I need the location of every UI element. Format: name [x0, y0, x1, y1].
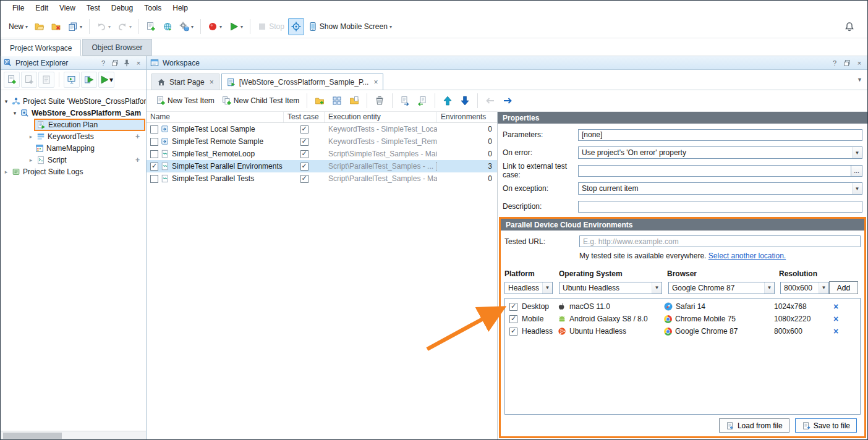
- checkpoint-wizard-button[interactable]: [160, 18, 176, 35]
- open-item-button[interactable]: [38, 72, 54, 88]
- chevron-down-icon[interactable]: ▼: [764, 282, 774, 294]
- platform-select[interactable]: Headless ▼: [504, 282, 553, 294]
- menu-view[interactable]: View: [54, 2, 81, 14]
- move-up-button[interactable]: [440, 92, 456, 109]
- on-exception-select[interactable]: Stop current item ▼: [578, 182, 862, 195]
- copy-item-button[interactable]: [397, 92, 413, 109]
- redo-button[interactable]: ▾: [114, 18, 135, 35]
- tree-item-project[interactable]: ▾ WebStore_CrossPlatform_Sam: [1, 107, 146, 119]
- new-button[interactable]: New ▾: [6, 18, 31, 35]
- tree-item-namemapping[interactable]: NameMapping: [1, 142, 146, 154]
- add-new-item-to-project-button[interactable]: [4, 72, 20, 88]
- resolution-select[interactable]: 800x600 ▼: [780, 282, 829, 294]
- description-input[interactable]: [578, 201, 862, 213]
- add-folder-button[interactable]: [312, 92, 328, 109]
- table-row[interactable]: SimpleTest_RemoteLoop Script\SimpleTest_…: [147, 148, 497, 160]
- expander-icon[interactable]: ▸: [3, 169, 9, 175]
- tree-item-project-suite[interactable]: ▾ Project Suite 'WebStore_CrossPlatform_: [1, 95, 146, 107]
- notifications-button[interactable]: [841, 18, 857, 35]
- undo-button[interactable]: ▾: [93, 18, 114, 35]
- menu-edit[interactable]: Edit: [30, 2, 54, 14]
- row-checkbox[interactable]: [150, 163, 158, 171]
- menu-tools[interactable]: Tools: [138, 2, 167, 14]
- environment-checkbox[interactable]: [509, 328, 517, 336]
- os-select[interactable]: Ubuntu Headless ▼: [559, 282, 662, 294]
- column-header-environments[interactable]: Environments: [437, 112, 497, 122]
- chevron-down-icon[interactable]: ▼: [819, 282, 828, 294]
- close-icon[interactable]: ×: [210, 78, 214, 87]
- select-location-link[interactable]: Select another location.: [708, 252, 786, 260]
- expander-icon[interactable]: ▾: [3, 98, 9, 104]
- row-checkbox[interactable]: [150, 138, 158, 146]
- row-checkbox[interactable]: [150, 150, 158, 158]
- menu-test[interactable]: Test: [81, 2, 106, 14]
- add-existing-item-button[interactable]: [21, 72, 37, 88]
- tree-item-execution-plan[interactable]: Execution Plan: [1, 119, 146, 130]
- run-button[interactable]: ▾: [226, 18, 246, 35]
- tree-item-keywordtests[interactable]: ▸ KeywordTests +: [1, 130, 146, 142]
- add-keyword-test-button[interactable]: +: [135, 132, 140, 141]
- environment-row[interactable]: Mobile Android Galaxy S8 / 8.0 Chrome Mo…: [505, 313, 860, 325]
- tab-execution-plan-document[interactable]: [WebStore_CrossPlatform_Sample_P... ×: [221, 74, 384, 90]
- save-to-file-button[interactable]: Save to file: [795, 418, 857, 433]
- scrollbar-thumb[interactable]: [3, 433, 62, 439]
- chevron-down-icon[interactable]: ▼: [652, 282, 662, 294]
- table-row[interactable]: SimpleTest Remote Sample KeywordTests - …: [147, 135, 497, 148]
- close-icon[interactable]: ×: [134, 59, 143, 67]
- environment-row[interactable]: Desktop macOS 11.0 Safari 14: [505, 300, 860, 313]
- menu-debug[interactable]: Debug: [106, 2, 138, 14]
- column-header-name[interactable]: Name: [147, 112, 284, 122]
- horizontal-scrollbar[interactable]: [1, 431, 146, 439]
- save-all-button[interactable]: ▾: [65, 18, 85, 35]
- expander-icon[interactable]: ▸: [28, 133, 34, 140]
- close-project-button[interactable]: [48, 18, 64, 35]
- group-items-button[interactable]: [329, 92, 345, 109]
- table-row[interactable]: SimpleTest Parallel Tests Script\Paralle…: [147, 172, 497, 185]
- test-case-checkbox[interactable]: [300, 125, 308, 133]
- new-child-test-item-button[interactable]: New Child Test Item: [219, 92, 302, 109]
- load-from-file-button[interactable]: Load from file: [719, 418, 789, 433]
- tested-url-input[interactable]: [579, 235, 861, 247]
- stop-button[interactable]: Stop: [254, 18, 287, 35]
- browse-link-button[interactable]: ...: [851, 165, 862, 177]
- environment-row[interactable]: Headless Ubuntu Headless Google Chrome 8…: [505, 325, 860, 337]
- add-environment-button[interactable]: Add: [829, 281, 858, 294]
- close-icon[interactable]: ×: [373, 78, 378, 87]
- move-down-button[interactable]: [457, 92, 473, 109]
- help-icon[interactable]: ?: [830, 59, 839, 67]
- add-new-item-button[interactable]: [143, 18, 159, 35]
- new-test-item-button[interactable]: New Test Item: [153, 92, 218, 109]
- float-window-icon[interactable]: [843, 59, 851, 67]
- chevron-down-icon[interactable]: ▼: [852, 183, 862, 194]
- delete-environment-button[interactable]: ×: [833, 327, 838, 336]
- environment-checkbox[interactable]: [509, 303, 517, 311]
- tree-item-script[interactable]: ▸ Script +: [1, 154, 146, 166]
- expander-icon[interactable]: ▸: [28, 157, 34, 163]
- run-project-button[interactable]: [81, 72, 97, 88]
- column-header-execution-entity[interactable]: Execution entity: [325, 112, 437, 122]
- chevron-down-icon[interactable]: ▼: [852, 147, 862, 158]
- paste-item-button[interactable]: [414, 92, 430, 109]
- menu-file[interactable]: File: [7, 2, 30, 14]
- record-button[interactable]: ▾: [205, 18, 225, 35]
- add-script-button[interactable]: +: [135, 156, 140, 164]
- table-row[interactable]: SimpleTest Local Sample KeywordTests - S…: [147, 123, 497, 135]
- delete-environment-button[interactable]: ×: [833, 302, 838, 311]
- indent-item-button[interactable]: [500, 92, 516, 109]
- execution-plan-highlight[interactable]: Execution Plan: [35, 120, 144, 130]
- test-case-checkbox[interactable]: [300, 138, 308, 146]
- tree-item-project-suite-logs[interactable]: ▸ Project Suite Logs: [1, 166, 146, 177]
- menu-help[interactable]: Help: [167, 2, 194, 14]
- tab-object-browser[interactable]: Object Browser: [82, 39, 151, 56]
- float-window-icon[interactable]: [111, 59, 119, 67]
- delete-environment-button[interactable]: ×: [833, 315, 838, 323]
- object-spy-button[interactable]: [288, 18, 304, 35]
- row-checkbox[interactable]: [150, 175, 158, 183]
- on-error-select[interactable]: Use project's 'On error' property ▼: [578, 146, 862, 159]
- options-button[interactable]: ▾: [176, 18, 197, 35]
- new-folder-button[interactable]: [346, 92, 362, 109]
- tab-start-page[interactable]: Start Page ×: [151, 74, 219, 90]
- row-checkbox[interactable]: [150, 125, 158, 133]
- pin-icon[interactable]: [122, 59, 131, 67]
- link-external-input[interactable]: [578, 165, 851, 177]
